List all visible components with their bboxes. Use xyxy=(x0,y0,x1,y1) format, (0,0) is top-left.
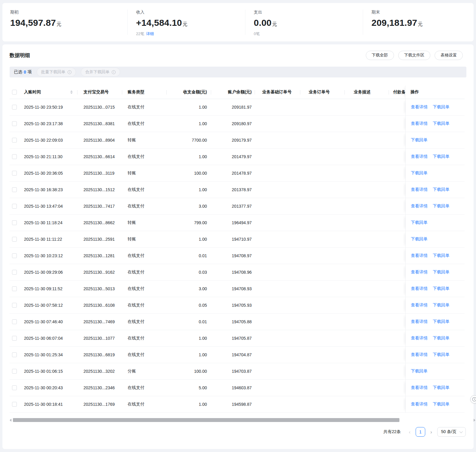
view-detail-link[interactable]: 查看详情 xyxy=(411,385,428,390)
view-detail-link[interactable]: 查看详情 xyxy=(411,187,428,192)
row-checkbox[interactable] xyxy=(12,402,17,407)
cell-desc xyxy=(345,198,389,214)
cell-amount: 0.01 xyxy=(167,248,211,264)
col-header-balance: 账户余额(元) xyxy=(211,86,255,99)
row-checkbox[interactable] xyxy=(12,138,17,143)
view-detail-link[interactable]: 查看详情 xyxy=(411,303,428,308)
cell-type: 转账 xyxy=(122,215,167,231)
download-receipt-link[interactable]: 下载回单 xyxy=(433,154,450,159)
table-row: 2025-11-30 22:09:03 20251130...8904 转账 7… xyxy=(10,132,465,149)
select-all-checkbox[interactable] xyxy=(12,90,17,95)
row-checkbox[interactable] xyxy=(12,220,17,225)
view-detail-link[interactable]: 查看详情 xyxy=(411,352,428,357)
row-checkbox[interactable] xyxy=(12,385,17,390)
cell-remark xyxy=(389,198,405,214)
download-receipt-link[interactable]: 下载回单 xyxy=(433,253,450,258)
income-detail-link[interactable]: 详细 xyxy=(146,32,154,36)
row-checkbox[interactable] xyxy=(12,336,17,341)
row-checkbox[interactable] xyxy=(12,253,17,258)
row-checkbox[interactable] xyxy=(12,319,17,324)
download-file-area-button[interactable]: 下载文件区 xyxy=(398,51,431,60)
download-receipt-link[interactable]: 下载回单 xyxy=(433,187,450,192)
row-checkbox[interactable] xyxy=(12,270,17,275)
row-checkbox[interactable] xyxy=(12,369,17,374)
cell-base-order xyxy=(255,264,300,280)
scroll-right-arrow-icon[interactable] xyxy=(474,419,475,422)
page-size-select[interactable]: 50 条/页 xyxy=(437,427,466,437)
cell-desc xyxy=(345,314,389,330)
cell-type: 在线支付 xyxy=(122,330,167,346)
download-receipt-link[interactable]: 下载回单 xyxy=(433,203,450,209)
currency-unit: 元 xyxy=(418,22,423,27)
scroll-left-arrow-icon[interactable] xyxy=(10,419,11,422)
cell-remark xyxy=(389,264,405,280)
row-checkbox[interactable] xyxy=(12,352,17,357)
download-receipt-link[interactable]: 下载回单 xyxy=(433,385,450,390)
stat-label: 收入 xyxy=(136,10,245,15)
cell-balance: 201377.97 xyxy=(211,198,255,214)
merge-download-receipt-button[interactable]: 合并下载回单 i xyxy=(81,68,120,77)
table-settings-button[interactable]: 表格设置 xyxy=(435,51,463,60)
cell-type: 在线支付 xyxy=(122,264,167,280)
page-number-button[interactable]: 1 xyxy=(416,427,425,437)
download-receipt-link[interactable]: 下载回单 xyxy=(433,402,450,407)
prev-page-icon[interactable]: ‹ xyxy=(408,429,411,435)
cell-amount: 7700.00 xyxy=(167,132,211,148)
cell-txn-id: 20251130...7469 xyxy=(77,314,122,330)
download-receipt-link[interactable]: 下载回单 xyxy=(411,170,428,176)
view-detail-link[interactable]: 查看详情 xyxy=(411,336,428,341)
download-receipt-link[interactable]: 下载回单 xyxy=(411,237,428,242)
view-detail-link[interactable]: 查看详情 xyxy=(411,104,428,110)
download-receipt-link[interactable]: 下载回单 xyxy=(433,286,450,291)
cell-time: 2025-11-30 07:58:12 xyxy=(20,297,77,313)
expense-count: 0笔 xyxy=(254,32,260,36)
next-page-icon[interactable]: › xyxy=(430,429,433,435)
view-detail-link[interactable]: 查看详情 xyxy=(411,286,428,291)
download-receipt-link[interactable]: 下载回单 xyxy=(433,104,450,110)
row-checkbox[interactable] xyxy=(12,303,17,308)
view-detail-link[interactable]: 查看详情 xyxy=(411,203,428,209)
cell-time: 2025-11-30 11:11:22 xyxy=(20,231,77,247)
row-checkbox[interactable] xyxy=(12,121,17,126)
cell-base-order xyxy=(255,215,300,231)
download-receipt-link[interactable]: 下载回单 xyxy=(433,121,450,126)
view-detail-link[interactable]: 查看详情 xyxy=(411,253,428,258)
view-detail-link[interactable]: 查看详情 xyxy=(411,402,428,407)
row-select-cell xyxy=(10,149,20,165)
download-receipt-link[interactable]: 下载回单 xyxy=(411,137,428,143)
row-checkbox[interactable] xyxy=(12,105,17,110)
scrollbar-thumb[interactable] xyxy=(13,418,399,422)
sort-icon[interactable] xyxy=(70,90,73,94)
row-checkbox[interactable] xyxy=(12,187,17,192)
cell-txn-id: 20251130...8662 xyxy=(77,215,122,231)
view-detail-link[interactable]: 查看详情 xyxy=(411,154,428,159)
view-detail-link[interactable]: 查看详情 xyxy=(411,319,428,324)
batch-download-receipt-button[interactable]: 批量下载回单 i xyxy=(37,68,76,77)
download-receipt-link[interactable]: 下载回单 xyxy=(411,369,428,374)
row-checkbox[interactable] xyxy=(12,154,17,159)
download-receipt-link[interactable]: 下载回单 xyxy=(433,336,450,341)
download-receipt-link[interactable]: 下载回单 xyxy=(433,270,450,275)
row-checkbox[interactable] xyxy=(12,286,17,291)
table-row: 2025-11-30 13:47:04 20251130...7417 在线支付… xyxy=(10,198,465,215)
cell-txn-id: 20251130...0715 xyxy=(77,99,122,115)
row-select-cell xyxy=(10,165,20,181)
cell-type: 在线支付 xyxy=(122,248,167,264)
row-checkbox[interactable] xyxy=(12,204,17,209)
cell-order xyxy=(300,314,345,330)
download-all-button[interactable]: 下载全部 xyxy=(366,51,394,60)
cell-order xyxy=(300,215,345,231)
view-detail-link[interactable]: 查看详情 xyxy=(411,270,428,275)
download-receipt-link[interactable]: 下载回单 xyxy=(433,303,450,308)
cell-time: 2025-11-30 09:29:06 xyxy=(20,264,77,280)
cell-txn-id: 20251130...1281 xyxy=(77,248,122,264)
row-checkbox[interactable] xyxy=(12,237,17,242)
cell-time: 2025-11-30 11:18:24 xyxy=(20,215,77,231)
row-checkbox[interactable] xyxy=(12,171,17,176)
view-detail-link[interactable]: 查看详情 xyxy=(411,121,428,126)
cell-order xyxy=(300,330,345,346)
download-receipt-link[interactable]: 下载回单 xyxy=(411,220,428,225)
download-receipt-link[interactable]: 下载回单 xyxy=(433,352,450,357)
horizontal-scrollbar[interactable] xyxy=(10,418,475,422)
download-receipt-link[interactable]: 下载回单 xyxy=(433,319,450,324)
